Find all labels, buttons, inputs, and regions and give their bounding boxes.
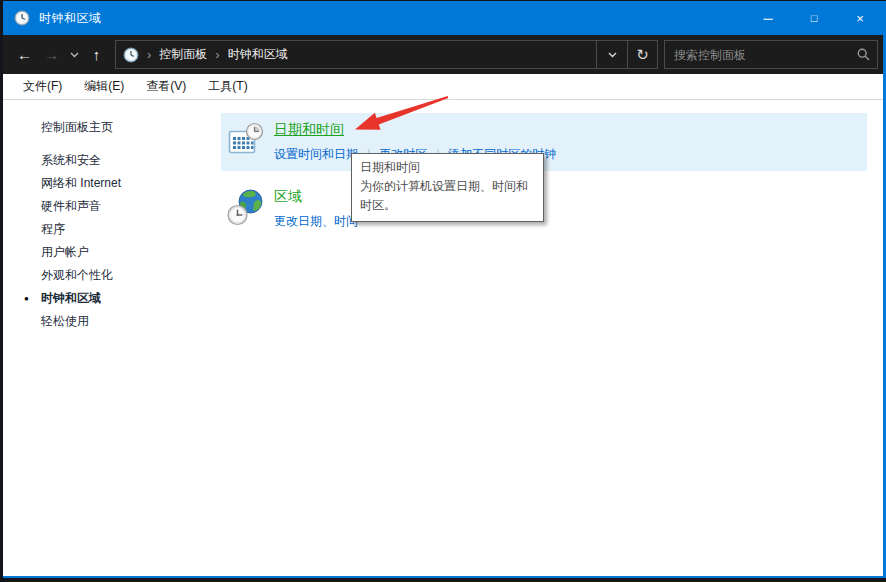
search-icon[interactable]	[849, 48, 877, 61]
date-time-link[interactable]: 日期和时间	[274, 121, 344, 139]
sidebar-item-user-accounts[interactable]: 用户帐户	[3, 241, 221, 264]
sidebar-item-label: 时钟和区域	[41, 291, 101, 305]
menu-view[interactable]: 查看(V)	[135, 74, 197, 100]
address-dropdown-chevron-icon[interactable]	[596, 40, 627, 69]
task-row-region: 区域 更改日期、时间	[221, 180, 867, 238]
breadcrumb-control-panel[interactable]: 控制面板	[159, 46, 207, 63]
close-button[interactable]: ×	[837, 1, 883, 35]
menu-edit[interactable]: 编辑(E)	[73, 74, 135, 100]
window-title: 时钟和区域	[39, 10, 102, 27]
title-bar: 时钟和区域 ─ □ ×	[3, 1, 883, 35]
tooltip-title: 日期和时间	[360, 158, 535, 177]
menu-tools[interactable]: 工具(T)	[197, 74, 258, 100]
tooltip-body: 为你的计算机设置日期、时间和时区。	[360, 177, 535, 215]
sidebar-item-ease-of-access[interactable]: 轻松使用	[3, 310, 221, 333]
set-time-date-link[interactable]: 设置时间和日期	[274, 147, 358, 161]
breadcrumb-separator: ›	[139, 47, 159, 62]
menu-file[interactable]: 文件(F)	[12, 74, 73, 100]
region-link[interactable]: 区域	[274, 188, 302, 206]
region-icon[interactable]	[227, 188, 265, 226]
sidebar-item-clock-region[interactable]: ● 时钟和区域	[3, 287, 221, 310]
sidebar-item-hardware-sound[interactable]: 硬件和声音	[3, 195, 221, 218]
sidebar-item-network-internet[interactable]: 网络和 Internet	[3, 172, 221, 195]
window-frame: 时钟和区域 ─ □ × ← → ↑ › 控制面板 › 时钟和区域	[0, 0, 886, 582]
active-bullet-icon: ●	[24, 287, 29, 310]
sidebar-item-home[interactable]: 控制面板主页	[3, 116, 221, 139]
sidebar-item-appearance[interactable]: 外观和个性化	[3, 264, 221, 287]
search-input[interactable]	[665, 48, 849, 62]
task-row-date-time: 日期和时间 设置时间和日期|更改时区|添加不同时区的时钟	[221, 113, 867, 171]
control-panel-window: 时钟和区域 ─ □ × ← → ↑ › 控制面板 › 时钟和区域	[3, 1, 886, 578]
up-button[interactable]: ↑	[83, 41, 110, 68]
clock-app-icon	[14, 10, 30, 26]
navigation-bar: ← → ↑ › 控制面板 › 时钟和区域 ↻	[3, 35, 883, 74]
back-button[interactable]: ←	[11, 41, 38, 68]
sidebar-item-programs[interactable]: 程序	[3, 218, 221, 241]
task-list: 日期和时间 设置时间和日期|更改时区|添加不同时区的时钟	[221, 100, 883, 576]
change-date-time-format-link[interactable]: 更改日期、时间	[274, 214, 358, 228]
refresh-button[interactable]: ↻	[627, 40, 658, 69]
sidebar-item-system-security[interactable]: 系统和安全	[3, 149, 221, 172]
breadcrumb-clock-and-region[interactable]: 时钟和区域	[228, 46, 288, 63]
breadcrumb-separator: ›	[207, 47, 227, 62]
clock-breadcrumb-icon	[123, 47, 139, 63]
forward-button[interactable]: →	[38, 41, 65, 68]
tooltip: 日期和时间 为你的计算机设置日期、时间和时区。	[351, 153, 544, 222]
sidebar: 控制面板主页 系统和安全 网络和 Internet 硬件和声音 程序 用户帐户 …	[3, 100, 221, 576]
date-time-icon[interactable]	[227, 121, 265, 159]
maximize-button[interactable]: □	[791, 1, 837, 35]
search-box	[664, 40, 878, 69]
refresh-icon: ↻	[636, 46, 649, 64]
address-bar[interactable]: › 控制面板 › 时钟和区域 ↻	[115, 40, 658, 69]
minimize-button[interactable]: ─	[745, 1, 791, 35]
menu-bar: 文件(F) 编辑(E) 查看(V) 工具(T)	[3, 74, 883, 100]
recent-pages-chevron-icon[interactable]	[65, 41, 83, 68]
region-sublinks: 更改日期、时间	[274, 213, 358, 230]
